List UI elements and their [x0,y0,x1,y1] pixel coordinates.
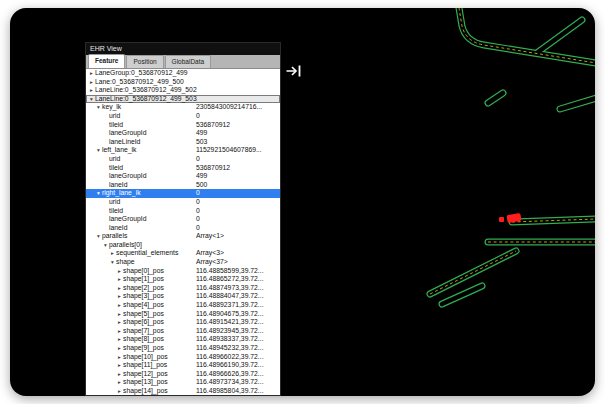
tree-row[interactable]: urid0 [86,112,280,121]
tree-row[interactable]: ▾shapeArray<37> [86,258,280,267]
tree-row[interactable]: ▸shape[14]_pos116.48985804,39.72... [86,387,280,395]
tree-row[interactable]: tileid536870912 [86,164,280,173]
node-label: Lane:0_536870912_499_500 [95,78,184,85]
tree-row[interactable]: laneGroupId499 [86,172,280,181]
collapse-icon[interactable]: ▾ [95,146,102,155]
tree-row[interactable]: laneGroupId0 [86,215,280,224]
tree-row[interactable]: ▸shape[6]_pos116.48915421,39.72... [86,318,280,327]
node-value: 0 [196,207,200,216]
node-value: 0 [196,189,200,198]
tree-row[interactable]: ▸shape[11]_pos116.48966190,39.72... [86,361,280,370]
node-value: Array<1> [196,232,224,241]
ehr-view-panel: EHR View FeaturePositionGlobalData ▸Lane… [85,42,281,396]
tree-row[interactable]: ▸sequential_elementsArray<3> [86,249,280,258]
tree-row[interactable]: ▸LaneGroup:0_536870912_499 [86,69,280,78]
app-window: EHR View FeaturePositionGlobalData ▸Lane… [10,8,595,396]
road-edges [430,8,595,304]
feature-tree[interactable]: ▸LaneGroup:0_536870912_499▸Lane:0_536870… [86,69,280,395]
tree-row[interactable]: ▾parallels[0] [86,241,280,250]
node-label: shape[11]_pos [123,361,167,368]
tree-row[interactable]: ▸shape[12]_pos116.48966626,39.72... [86,370,280,379]
node-label: urid [109,112,120,119]
expand-icon[interactable]: ▸ [116,284,123,293]
expand-icon[interactable]: ▸ [116,378,123,387]
node-value: 116.48966190,39.72... [196,361,264,370]
expand-icon[interactable]: ▸ [116,370,123,379]
node-value: 116.48915421,39.72... [196,318,264,327]
collapse-icon[interactable]: ▾ [95,103,102,112]
node-label: shape[4]_pos [123,301,164,308]
tree-row[interactable]: ▸shape[1]_pos116.48865272,39.72... [86,275,280,284]
node-label: urid [109,198,120,205]
tree-row[interactable]: tileid0 [86,207,280,216]
tree-row[interactable]: ▸shape[13]_pos116.48973734,39.72... [86,378,280,387]
collapse-icon[interactable]: ▾ [102,241,109,250]
tree-row[interactable]: tileid536870912 [86,121,280,130]
expand-icon[interactable]: ▸ [116,292,123,301]
collapse-icon[interactable]: ▾ [95,232,102,241]
expand-icon[interactable]: ▸ [116,310,123,319]
expand-icon[interactable]: ▸ [109,249,116,258]
node-label: shape[1]_pos [123,275,164,282]
tab-globaldata[interactable]: GlobalData [165,55,212,68]
tree-row[interactable]: ▸LaneLine:0_536870912_499_502 [86,86,280,95]
expand-icon[interactable]: ▸ [116,318,123,327]
tree-row[interactable]: urid0 [86,155,280,164]
node-value: 116.48945232,39.72... [196,344,264,353]
tree-row[interactable]: ▾key_lk2305843009214716... [86,103,280,112]
expand-icon[interactable]: ▸ [116,301,123,310]
expand-icon[interactable]: ▸ [116,361,123,370]
arrow-to-bar-icon [285,63,303,79]
expand-icon[interactable]: ▸ [88,78,95,87]
tab-position[interactable]: Position [126,55,163,68]
node-label: shape[10]_pos [123,353,168,360]
tree-row[interactable]: ▸shape[3]_pos116.48884047,39.72... [86,292,280,301]
tree-row[interactable]: ▸shape[7]_pos116.48923945,39.72... [86,327,280,336]
tab-feature[interactable]: Feature [88,54,125,68]
node-value: 116.48985804,39.72... [196,387,264,395]
node-value: 116.48884047,39.72... [196,292,264,301]
expand-icon[interactable]: ▸ [116,275,123,284]
node-value: 2305843009214716... [196,103,262,112]
expand-icon[interactable]: ▸ [116,327,123,336]
tree-row[interactable]: ▸shape[0]_pos116.48858599,39.72... [86,267,280,276]
node-label: laneGroupId [109,129,146,136]
arrow-to-bar-button[interactable] [284,62,304,80]
node-label: laneId [109,181,128,188]
tree-row[interactable]: ▸shape[8]_pos116.48938337,39.72... [86,335,280,344]
expand-icon[interactable]: ▸ [88,69,95,78]
node-label: shape[12]_pos [123,370,168,377]
node-label: shape[3]_pos [123,292,164,299]
node-label: shape[7]_pos [123,327,164,334]
tree-row[interactable]: ▾right_lane_lk0 [86,189,280,198]
expand-icon[interactable]: ▸ [116,335,123,344]
tree-row[interactable]: urid0 [86,198,280,207]
node-label: tileid [109,207,123,214]
node-value: 0 [196,155,200,164]
tree-row[interactable]: ▾left_lane_lk1152921504607869... [86,146,280,155]
collapse-icon[interactable]: ▾ [88,95,95,104]
node-label: shape[13]_pos [123,378,168,385]
collapse-icon[interactable]: ▾ [109,258,116,267]
tree-row[interactable]: ▸shape[10]_pos116.48966022,39.72... [86,353,280,362]
expand-icon[interactable]: ▸ [116,387,123,395]
node-value: 116.48904675,39.72... [196,310,264,319]
tree-row[interactable]: ▸shape[9]_pos116.48945232,39.72... [86,344,280,353]
expand-icon[interactable]: ▸ [116,267,123,276]
expand-icon[interactable]: ▸ [88,86,95,95]
node-label: left_lane_lk [102,146,136,153]
expand-icon[interactable]: ▸ [116,353,123,362]
tree-row[interactable]: laneId500 [86,181,280,190]
tree-row[interactable]: ▸Lane:0_536870912_499_500 [86,78,280,87]
tree-row[interactable]: ▸shape[4]_pos116.48892371,39.72... [86,301,280,310]
collapse-icon[interactable]: ▾ [95,189,102,198]
node-label: shape[14]_pos [123,387,168,394]
tree-row[interactable]: ▸shape[2]_pos116.48874973,39.72... [86,284,280,293]
tree-row[interactable]: laneId0 [86,224,280,233]
tree-row[interactable]: ▾parallelsArray<1> [86,232,280,241]
tree-row[interactable]: laneLineId503 [86,138,280,147]
tree-row[interactable]: ▾LaneLine:0_536870912_499_503 [86,95,280,104]
tree-row[interactable]: laneGroupId499 [86,129,280,138]
tree-row[interactable]: ▸shape[5]_pos116.48904675,39.72... [86,310,280,319]
expand-icon[interactable]: ▸ [116,344,123,353]
